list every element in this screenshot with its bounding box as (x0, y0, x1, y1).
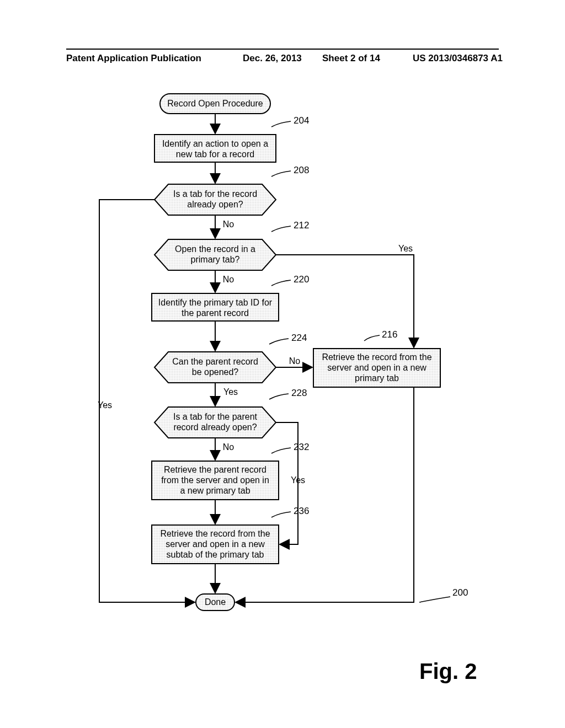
node-204-identify-action: Identify an action to open a new tab for… (154, 135, 276, 162)
svg-text:Retrieve the record from the: Retrieve the record from the (160, 529, 270, 538)
svg-text:228: 228 (291, 388, 307, 398)
svg-text:No: No (223, 275, 234, 284)
header-sheet: Sheet 2 of 14 (322, 53, 380, 64)
svg-text:232: 232 (294, 442, 309, 452)
svg-text:primary tab: primary tab (355, 373, 399, 383)
svg-text:Identify the primary tab ID fo: Identify the primary tab ID for (158, 298, 273, 307)
svg-text:from the server and open in: from the server and open in (161, 475, 269, 485)
node-220-identify-primary-tab-id: Identify the primary tab ID for the pare… (152, 293, 279, 321)
flowchart: Record Open Procedure Identify an action… (66, 83, 499, 700)
svg-text:208: 208 (294, 165, 309, 175)
svg-text:already open?: already open? (187, 200, 243, 209)
svg-text:No: No (223, 220, 234, 229)
header-rule (66, 49, 499, 50)
svg-text:record already open?: record already open? (173, 422, 257, 432)
page: Patent Application Publication Dec. 26, … (0, 0, 565, 728)
node-236-retrieve-record-subtab: Retrieve the record from the server and … (152, 525, 279, 564)
svg-text:220: 220 (294, 274, 309, 285)
svg-text:Is a tab for the parent: Is a tab for the parent (173, 412, 258, 421)
svg-text:subtab of the primary tab: subtab of the primary tab (167, 550, 264, 559)
svg-text:216: 216 (382, 329, 397, 340)
svg-text:Open the record in a: Open the record in a (175, 244, 255, 254)
svg-text:236: 236 (294, 506, 309, 516)
svg-text:server and open in a new: server and open in a new (327, 363, 427, 372)
svg-text:No: No (223, 442, 234, 452)
svg-text:Yes: Yes (98, 400, 112, 410)
header-date: Dec. 26, 2013 (243, 53, 302, 64)
svg-text:204: 204 (294, 115, 309, 126)
node-208-tab-already-open: Is a tab for the record already open? (154, 184, 276, 215)
node-212-open-in-primary: Open the record in a primary tab? (154, 239, 276, 270)
svg-text:Identify an action to open a: Identify an action to open a (162, 139, 268, 148)
svg-text:primary tab?: primary tab? (191, 255, 240, 264)
svg-text:224: 224 (291, 333, 307, 343)
svg-text:212: 212 (294, 220, 309, 231)
node-232-retrieve-parent: Retrieve the parent record from the serv… (152, 461, 279, 500)
svg-text:Can the parent record: Can the parent record (172, 357, 258, 366)
svg-text:No: No (289, 356, 301, 366)
figure-label: Fig. 2 (419, 659, 477, 684)
svg-text:Yes: Yes (291, 475, 305, 485)
svg-text:server and open in a new: server and open in a new (166, 539, 265, 549)
node-216-retrieve-record-primary: Retrieve the record from the server and … (313, 349, 440, 387)
svg-text:Is a tab for the record: Is a tab for the record (173, 189, 257, 199)
svg-text:Retrieve the parent record: Retrieve the parent record (164, 465, 266, 474)
svg-text:the parent record: the parent record (182, 308, 249, 318)
node-228-parent-tab-open: Is a tab for the parent record already o… (154, 407, 276, 438)
svg-text:Done: Done (205, 597, 226, 607)
node-done: Done (196, 594, 234, 611)
svg-text:a new primary tab: a new primary tab (180, 486, 250, 495)
header-pubnum: US 2013/0346873 A1 (413, 53, 503, 64)
svg-text:new tab for a record: new tab for a record (176, 149, 254, 159)
svg-text:Retrieve the record from the: Retrieve the record from the (322, 352, 431, 362)
svg-text:Yes: Yes (398, 244, 413, 253)
svg-text:Yes: Yes (223, 387, 238, 397)
node-224-can-parent-open: Can the parent record be opened? (154, 352, 276, 383)
svg-text:Record Open Procedure: Record Open Procedure (167, 99, 263, 108)
header-left: Patent Application Publication (66, 53, 201, 64)
svg-text:be opened?: be opened? (192, 367, 239, 377)
node-start: Record Open Procedure (160, 94, 270, 114)
svg-text:200: 200 (452, 587, 468, 598)
